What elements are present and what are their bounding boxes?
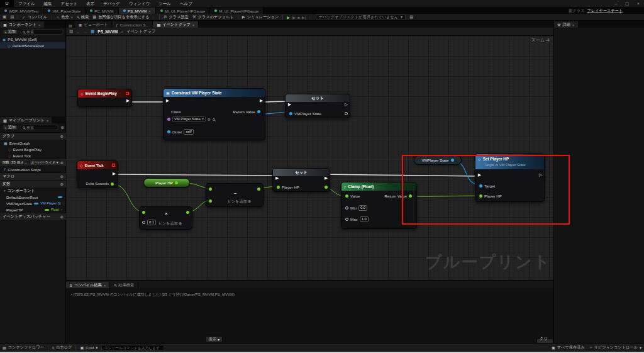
panel-expander-icon[interactable]: ▤ (66, 23, 75, 28)
visibility-icon[interactable]: ▿ (63, 201, 65, 205)
add-pin-button[interactable]: ピンを追加 ⊕ (158, 221, 182, 227)
player-hp-in-pin[interactable]: Player HP (274, 185, 302, 189)
exec-in-pin[interactable]: ▶ (275, 176, 279, 181)
variable-scene-root[interactable]: DefaultSceneRoot (0, 194, 66, 200)
content-drawer-button[interactable]: ▤ コンテンツドロワー (3, 345, 44, 350)
component-root-item[interactable]: ◉ PS_MVVM (Self) (0, 36, 65, 42)
expand-arrow-icon[interactable]: ▾ (4, 189, 6, 193)
add-macro-icon[interactable]: ⊕ (60, 174, 64, 179)
components-search-input[interactable] (26, 30, 61, 34)
play-options-icon[interactable]: ⋮ (308, 15, 311, 20)
hide-options-icon[interactable]: ⋮ (151, 15, 155, 20)
tab-vm-playerstate[interactable]: VM_PlayerState (43, 8, 86, 14)
browse-icon[interactable] (213, 118, 215, 121)
stop-button[interactable]: ■ (297, 15, 300, 20)
close-tab-icon[interactable]: × (192, 23, 195, 27)
macros-section-header[interactable]: マクロ ⊕ (0, 172, 66, 180)
graph-list-icon[interactable]: ▤ (69, 29, 73, 34)
class-pin[interactable]: VM Player State▾ ⊕ (165, 116, 218, 122)
minimize-button[interactable]: – (610, 1, 621, 6)
compile-button[interactable]: ✓ コンパイル ⋮ (22, 14, 53, 20)
details-panel-tab[interactable]: ⚒ 詳細 × (554, 21, 578, 28)
delta-seconds-pin[interactable]: Delta Seconds (84, 182, 116, 186)
exec-in-pin[interactable]: ▶ (166, 99, 169, 103)
event-beginplay-item[interactable]: ◇ Event BeginPlay (0, 146, 66, 152)
visibility-icon[interactable]: ▿ (60, 208, 62, 211)
hide-unrelated-button[interactable]: ▦ 無関係な項目を非表示にする ⋮ (92, 14, 155, 20)
browse-icon[interactable]: ▤ (10, 14, 14, 20)
close-tab-icon[interactable]: × (148, 9, 151, 13)
view-dropdown-button[interactable]: 表示▾ (206, 336, 223, 342)
node-construct-vm-player-state[interactable]: ▣ Construct VM Player State ▶ ▶ Class Re… (163, 88, 265, 140)
node-event-beginplay[interactable]: ◇ Event BeginPlay ▶ (77, 89, 132, 107)
compiler-results-tab[interactable]: ≡ コンパイル結果 × (66, 282, 110, 288)
revision-control-button[interactable]: ⑂ リビジョンコントロール ▾ (590, 345, 641, 350)
my-blueprint-add-button[interactable]: + 追加 (2, 125, 18, 130)
breadcrumb-root[interactable]: PS_MVVM (97, 30, 118, 34)
tab-viewport[interactable]: ▣ ビューポート (75, 21, 113, 28)
multiply-in2-pin[interactable] (142, 221, 145, 224)
back-icon[interactable]: ← (76, 30, 80, 34)
exec-out-pin[interactable]: ▶ (325, 176, 328, 181)
menu-view[interactable]: 表示 (82, 0, 99, 7)
graphs-section-header[interactable]: グラフ ⊕ (0, 132, 66, 140)
filter-gear-icon[interactable]: ⚙ (60, 125, 64, 130)
event-tick-item[interactable]: ◇ Event Tick (0, 152, 66, 159)
class-settings-button[interactable]: ⚙ クラス設定 (164, 14, 189, 20)
save-status[interactable]: ▣ すべて保存済み (552, 345, 585, 350)
min-pin[interactable]: Min 0.0 (343, 205, 370, 211)
player-hp-out-pin[interactable] (325, 186, 328, 189)
player-hp-pin[interactable]: Player HP (477, 194, 504, 198)
max-pin[interactable]: Max 1.0 (343, 216, 371, 222)
node-subtract[interactable]: – ピンを追加 ⊕ (206, 183, 264, 207)
subtract-in1-pin[interactable] (209, 188, 212, 191)
multiply-literal[interactable]: 0.1 (147, 220, 156, 225)
find-button[interactable]: 検索 (77, 14, 89, 20)
vmplayer-state-out-pin[interactable] (451, 159, 454, 162)
variable-vm-player-state[interactable]: VMPlayerState VM Player St ▿ (0, 200, 66, 206)
compile-message[interactable]: • [7970.63] PS_MVVM のコンパイルに成功しました! [53 ミ… (71, 292, 235, 298)
subtract-out-pin[interactable] (257, 188, 260, 191)
multiply-in-pin[interactable] (142, 211, 145, 214)
node-set-player-hp[interactable]: ◇ Set Player HP Target is VM Player Stat… (475, 154, 545, 202)
add-function-icon[interactable]: ⊕ (60, 160, 64, 165)
simulation-button[interactable]: ▶ シミュレーション (242, 14, 279, 20)
eject-button[interactable]: ▶| (302, 15, 306, 20)
exec-out-pin[interactable]: ▷ (539, 173, 542, 177)
use-selected-icon[interactable]: ⊕ (208, 117, 211, 121)
components-search[interactable] (20, 29, 64, 35)
return-value-pin[interactable]: Return Value (230, 109, 263, 114)
console-command-input[interactable] (104, 346, 162, 350)
construction-script-item[interactable]: ƒ Construction Script (0, 166, 66, 172)
close-icon[interactable]: × (572, 23, 575, 27)
cmd-dropdown[interactable]: ▣ Cmd ▾ (80, 345, 97, 350)
tab-wbp-mvvmtest[interactable]: WBP_MVVMTest (0, 8, 43, 14)
player-hp-out-pin[interactable] (175, 181, 178, 184)
compile-options-icon[interactable]: ⋮ (49, 15, 53, 20)
override-dropdown[interactable]: オーバーライド ▾ (29, 160, 60, 165)
close-icon[interactable]: × (47, 118, 49, 123)
tab-m-ui-playerhpgauge[interactable]: M_UI_PlayerHPGauge (210, 8, 264, 14)
multiply-out-pin[interactable] (186, 211, 189, 214)
add-dispatcher-icon[interactable]: ⊕ (60, 215, 64, 220)
maximize-button[interactable]: ▢ (621, 1, 633, 6)
vmplayer-state-in-pin[interactable]: VMPlayer State (287, 111, 324, 116)
tab-construction-script[interactable]: ƒ Construction S... (112, 21, 153, 28)
value-pin[interactable]: Value (343, 194, 362, 198)
dispatchers-section-header[interactable]: イベントディスパッチャー ⊕ (0, 213, 66, 220)
class-dropdown[interactable]: VM Player State▾ (172, 116, 206, 122)
frame-skip-button[interactable]: |▶ (292, 15, 296, 20)
vmplayer-state-out-pin[interactable] (345, 112, 348, 115)
node-set-vmplayer-state[interactable]: セット ▶ ▷ VMPlayer State (285, 94, 350, 118)
node-get-player-hp[interactable]: Player HP (143, 178, 190, 188)
exec-out-pin[interactable]: ▶ (260, 99, 263, 103)
debug-object-dropdown[interactable]: デバッグオブジェクトが選択されていません ▾ (316, 14, 406, 20)
exec-out-pin[interactable]: ▶ (113, 172, 116, 176)
parent-class-link[interactable]: プレイヤーステート (587, 8, 623, 14)
find-results-tab[interactable]: 結果検索 (110, 282, 138, 288)
exec-in-pin[interactable]: ▶ (478, 173, 481, 177)
output-log-button[interactable]: ≡ 出力ログ (52, 345, 72, 350)
node-get-vmplayer-state[interactable]: VMPlayer State (414, 155, 462, 165)
event-graph-canvas[interactable]: ズーム -4 ブループリント ◇ Event BeginPlay ▶ (66, 36, 553, 280)
my-blueprint-search-input[interactable] (26, 126, 56, 130)
